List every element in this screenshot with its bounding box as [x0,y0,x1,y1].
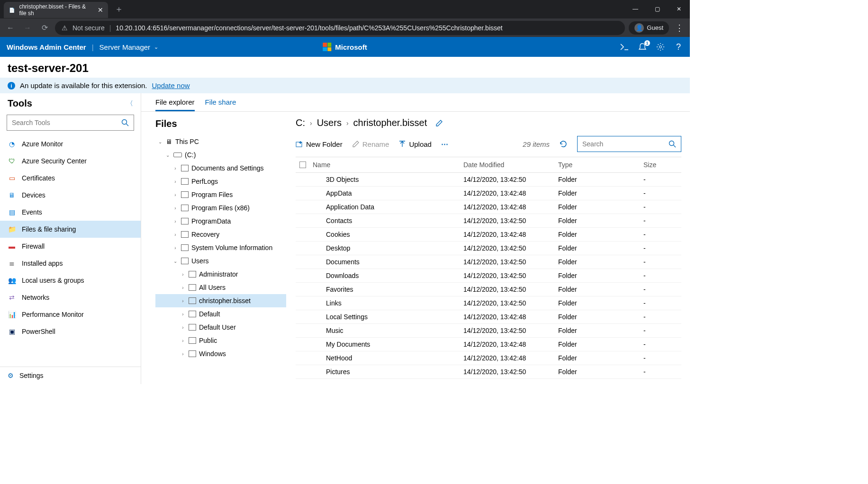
chevron-icon[interactable]: › [172,232,178,237]
profile-button[interactable]: 👤 Guest [629,21,669,35]
tree-node[interactable]: ⌄Users [155,254,286,268]
new-tab-button[interactable]: ＋ [108,3,130,15]
chevron-icon[interactable]: › [180,285,186,290]
sidebar-item-installed-apps[interactable]: ≣Installed apps [0,255,141,272]
forward-icon[interactable]: → [21,21,34,35]
tree-node[interactable]: ›Default [155,307,286,321]
table-row[interactable]: Links14/12/2020, 13:42:50Folder- [296,296,681,310]
back-icon[interactable]: ← [4,21,17,35]
table-row[interactable]: Local Settings14/12/2020, 13:42:48Folder… [296,310,681,324]
chevron-icon[interactable]: ⌄ [165,152,171,158]
chevron-icon[interactable]: › [180,338,186,343]
breadcrumb-segment[interactable]: C: [296,117,305,128]
tree-node[interactable]: ›All Users [155,281,286,294]
chevron-icon[interactable]: › [180,272,186,277]
tree-node[interactable]: ›Public [155,334,286,347]
tab-file-explorer[interactable]: File explorer [155,98,195,111]
browser-tab[interactable]: 📄 christopher.bisset - Files & file sh ✕ [4,2,108,18]
sidebar-item-azure-monitor[interactable]: ◔Azure Monitor [0,135,141,152]
sidebar-item-devices[interactable]: 🖥Devices [0,187,141,204]
tree-node[interactable]: ›System Volume Information [155,241,286,254]
tools-search[interactable] [7,115,134,131]
chevron-icon[interactable]: › [172,245,178,251]
table-row[interactable]: Contacts14/12/2020, 13:42:50Folder- [296,214,681,228]
chevron-icon[interactable]: › [172,206,178,211]
refresh-icon[interactable] [559,140,568,148]
sidebar-item-certificates[interactable]: ▭Certificates [0,170,141,187]
file-search-input[interactable] [582,140,669,148]
table-row[interactable]: Cookies14/12/2020, 13:42:48Folder- [296,228,681,242]
tree-node[interactable]: ›Default User [155,321,286,334]
tool-settings[interactable]: ⚙ Settings [0,367,141,384]
col-date[interactable]: Date Modified [463,161,558,169]
sidebar-item-networks[interactable]: ⇄Networks [0,289,141,306]
chevron-icon[interactable]: › [172,192,178,197]
tree-node[interactable]: ⌄(C:) [155,148,286,161]
col-name[interactable]: Name [313,161,463,169]
sidebar-item-files-file-sharing[interactable]: 📁Files & file sharing [0,221,141,238]
settings-icon[interactable] [656,42,665,52]
chevron-icon[interactable]: › [180,351,186,357]
tree-node[interactable]: ⌄🖥This PC [155,135,286,148]
table-row[interactable]: Downloads14/12/2020, 13:42:50Folder- [296,269,681,283]
sidebar-item-events[interactable]: ▤Events [0,204,141,221]
chevron-icon[interactable]: › [180,298,186,304]
tab-close-icon[interactable]: ✕ [98,6,103,14]
more-actions-icon[interactable]: ⋯ [441,140,449,148]
update-now-link[interactable]: Update now [152,81,190,90]
tree-node[interactable]: ›ProgramData [155,215,286,228]
edit-path-icon[interactable] [435,119,443,127]
tree-node[interactable]: ›PerfLogs [155,175,286,188]
collapse-sidebar-icon[interactable]: 〈 [127,99,133,108]
tab-file-share[interactable]: File share [205,98,236,111]
chevron-icon[interactable]: › [172,179,178,184]
table-row[interactable]: Music14/12/2020, 13:42:50Folder- [296,324,681,338]
table-row[interactable]: Pictures14/12/2020, 13:42:50Folder- [296,365,681,379]
console-icon[interactable] [620,42,629,52]
new-folder-button[interactable]: New Folder [296,140,343,148]
col-size[interactable]: Size [643,161,681,169]
sidebar-item-azure-security-center[interactable]: 🛡Azure Security Center [0,152,141,170]
context-dropdown[interactable]: Server Manager ⌄ [99,43,159,51]
tree-node[interactable]: ›Program Files (x86) [155,201,286,215]
chevron-icon[interactable]: ⌄ [172,259,178,264]
browser-menu-icon[interactable]: ⋮ [673,21,686,35]
url-input[interactable]: ⚠ Not secure | 10.20.100.4:6516/serverma… [55,21,625,35]
minimize-icon[interactable]: — [624,0,646,18]
breadcrumb-segment[interactable]: christopher.bisset [353,117,427,128]
reload-icon[interactable]: ⟳ [38,21,51,35]
table-row[interactable]: NetHood14/12/2020, 13:42:48Folder- [296,351,681,365]
chevron-icon[interactable]: ⌄ [157,139,163,144]
sidebar-item-firewall[interactable]: ▬Firewall [0,238,141,255]
chevron-icon[interactable]: › [180,325,186,330]
close-window-icon[interactable]: ✕ [668,0,690,18]
breadcrumb-segment[interactable]: Users [317,117,342,128]
chevron-icon[interactable]: › [180,312,186,317]
notifications-icon[interactable]: 1 [638,42,647,52]
tree-node[interactable]: ›Recovery [155,228,286,241]
help-icon[interactable]: ? [674,42,683,52]
chevron-icon[interactable]: › [172,166,178,171]
table-row[interactable]: Application Data14/12/2020, 13:42:48Fold… [296,200,681,214]
tree-node[interactable]: ›christopher.bisset [155,294,286,307]
app-brand[interactable]: Windows Admin Center [7,43,86,51]
tree-node[interactable]: ›Administrator [155,268,286,281]
sidebar-item-powershell[interactable]: ▣PowerShell [0,323,141,340]
sidebar-item-performance-monitor[interactable]: 📊Performance Monitor [0,306,141,323]
table-row[interactable]: 3D Objects14/12/2020, 13:42:50Folder- [296,173,681,187]
chevron-icon[interactable]: › [172,219,178,224]
table-row[interactable]: My Documents14/12/2020, 13:42:48Folder- [296,338,681,351]
table-row[interactable]: Favorites14/12/2020, 13:42:50Folder- [296,283,681,296]
select-all-checkbox[interactable] [299,161,306,168]
table-row[interactable]: Documents14/12/2020, 13:42:50Folder- [296,255,681,269]
maximize-icon[interactable]: ▢ [646,0,668,18]
tree-node[interactable]: ›Documents and Settings [155,161,286,175]
col-type[interactable]: Type [558,161,643,169]
table-row[interactable]: AppData14/12/2020, 13:42:48Folder- [296,187,681,200]
tree-node[interactable]: ›Windows [155,347,286,360]
tree-node[interactable]: ›Program Files [155,188,286,201]
sidebar-item-local-users-groups[interactable]: 👥Local users & groups [0,272,141,289]
table-row[interactable]: Desktop14/12/2020, 13:42:50Folder- [296,242,681,255]
file-search[interactable] [577,136,681,152]
upload-button[interactable]: Upload [398,140,432,148]
